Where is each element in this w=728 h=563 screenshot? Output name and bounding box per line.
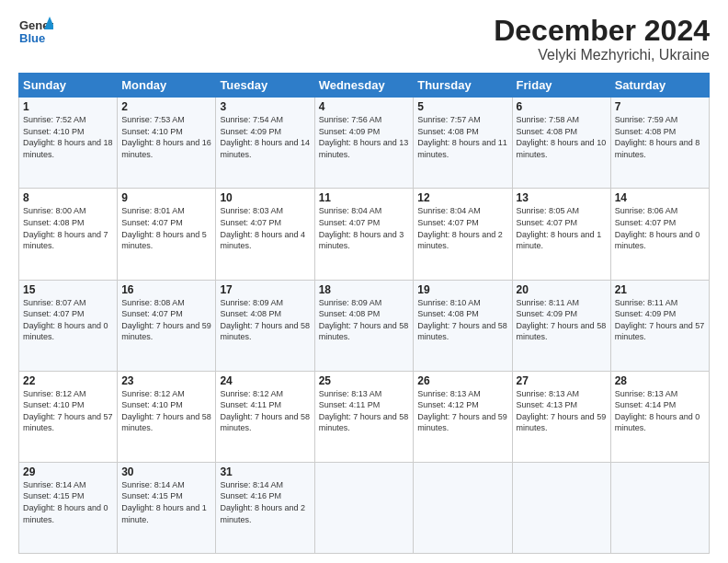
day-number: 13 [517, 191, 607, 204]
logo-icon: General Blue [18, 15, 53, 50]
calendar-cell: 30Sunrise: 8:14 AMSunset: 4:15 PMDayligh… [118, 462, 216, 553]
week-row-3: 15Sunrise: 8:07 AMSunset: 4:07 PMDayligh… [19, 280, 710, 371]
day-info: Sunrise: 7:52 AMSunset: 4:10 PMDaylight:… [23, 114, 113, 160]
day-info: Sunrise: 7:54 AMSunset: 4:09 PMDaylight:… [220, 114, 310, 160]
col-monday: Monday [118, 74, 216, 98]
calendar-cell: 1Sunrise: 7:52 AMSunset: 4:10 PMDaylight… [19, 98, 118, 189]
calendar-cell: 29Sunrise: 8:14 AMSunset: 4:15 PMDayligh… [19, 462, 118, 553]
calendar-cell: 2Sunrise: 7:53 AMSunset: 4:10 PMDaylight… [118, 98, 216, 189]
day-info: Sunrise: 8:14 AMSunset: 4:15 PMDaylight:… [23, 479, 113, 525]
day-number: 9 [121, 191, 211, 204]
calendar-cell: 18Sunrise: 8:09 AMSunset: 4:08 PMDayligh… [314, 280, 414, 371]
week-row-4: 22Sunrise: 8:12 AMSunset: 4:10 PMDayligh… [19, 371, 710, 462]
day-number: 12 [417, 191, 507, 204]
day-info: Sunrise: 7:57 AMSunset: 4:08 PMDaylight:… [417, 114, 507, 160]
day-number: 10 [220, 191, 310, 204]
col-thursday: Thursday [414, 74, 512, 98]
calendar-cell: 11Sunrise: 8:04 AMSunset: 4:07 PMDayligh… [314, 189, 414, 280]
calendar-cell: 4Sunrise: 7:56 AMSunset: 4:09 PMDaylight… [314, 98, 414, 189]
day-number: 21 [615, 283, 705, 296]
day-info: Sunrise: 7:59 AMSunset: 4:08 PMDaylight:… [615, 114, 705, 160]
day-number: 23 [121, 374, 211, 387]
calendar-cell: 25Sunrise: 8:13 AMSunset: 4:11 PMDayligh… [314, 371, 414, 462]
calendar-cell: 17Sunrise: 8:09 AMSunset: 4:08 PMDayligh… [216, 280, 314, 371]
day-number: 7 [615, 100, 705, 113]
day-number: 16 [121, 283, 211, 296]
week-row-1: 1Sunrise: 7:52 AMSunset: 4:10 PMDaylight… [19, 98, 710, 189]
day-number: 11 [319, 191, 410, 204]
calendar-cell: 19Sunrise: 8:10 AMSunset: 4:08 PMDayligh… [414, 280, 512, 371]
day-info: Sunrise: 8:05 AMSunset: 4:07 PMDaylight:… [517, 205, 607, 251]
day-info: Sunrise: 8:09 AMSunset: 4:08 PMDaylight:… [220, 297, 310, 343]
day-number: 6 [517, 100, 607, 113]
day-number: 26 [417, 374, 507, 387]
day-number: 20 [517, 283, 607, 296]
week-row-5: 29Sunrise: 8:14 AMSunset: 4:15 PMDayligh… [19, 462, 710, 553]
day-info: Sunrise: 8:03 AMSunset: 4:07 PMDaylight:… [220, 205, 310, 251]
day-number: 29 [23, 465, 113, 478]
calendar-cell: 6Sunrise: 7:58 AMSunset: 4:08 PMDaylight… [512, 98, 610, 189]
col-saturday: Saturday [610, 74, 709, 98]
day-number: 30 [121, 465, 211, 478]
calendar-cell: 14Sunrise: 8:06 AMSunset: 4:07 PMDayligh… [610, 189, 709, 280]
title-block: December 2024 Velyki Mezhyrichi, Ukraine [494, 15, 710, 63]
calendar-cell: 12Sunrise: 8:04 AMSunset: 4:07 PMDayligh… [414, 189, 512, 280]
day-info: Sunrise: 8:13 AMSunset: 4:11 PMDaylight:… [319, 388, 410, 434]
day-number: 8 [23, 191, 113, 204]
calendar-cell: 21Sunrise: 8:11 AMSunset: 4:09 PMDayligh… [610, 280, 709, 371]
day-info: Sunrise: 8:01 AMSunset: 4:07 PMDaylight:… [121, 205, 211, 251]
day-number: 24 [220, 374, 310, 387]
col-sunday: Sunday [19, 74, 118, 98]
calendar-cell: 13Sunrise: 8:05 AMSunset: 4:07 PMDayligh… [512, 189, 610, 280]
calendar-cell: 9Sunrise: 8:01 AMSunset: 4:07 PMDaylight… [118, 189, 216, 280]
calendar-cell: 24Sunrise: 8:12 AMSunset: 4:11 PMDayligh… [216, 371, 314, 462]
calendar-cell: 22Sunrise: 8:12 AMSunset: 4:10 PMDayligh… [19, 371, 118, 462]
day-info: Sunrise: 8:11 AMSunset: 4:09 PMDaylight:… [615, 297, 705, 343]
page: General Blue December 2024 Velyki Mezhyr… [0, 0, 728, 563]
day-number: 31 [220, 465, 310, 478]
calendar-cell: 15Sunrise: 8:07 AMSunset: 4:07 PMDayligh… [19, 280, 118, 371]
day-number: 4 [319, 100, 410, 113]
day-info: Sunrise: 8:11 AMSunset: 4:09 PMDaylight:… [517, 297, 607, 343]
calendar-cell: 27Sunrise: 8:13 AMSunset: 4:13 PMDayligh… [512, 371, 610, 462]
day-info: Sunrise: 8:14 AMSunset: 4:16 PMDaylight:… [220, 479, 310, 525]
day-number: 22 [23, 374, 113, 387]
calendar-cell [610, 462, 709, 553]
calendar-cell: 10Sunrise: 8:03 AMSunset: 4:07 PMDayligh… [216, 189, 314, 280]
day-info: Sunrise: 8:08 AMSunset: 4:07 PMDaylight:… [121, 297, 211, 343]
day-number: 27 [517, 374, 607, 387]
day-info: Sunrise: 8:12 AMSunset: 4:11 PMDaylight:… [220, 388, 310, 434]
location: Velyki Mezhyrichi, Ukraine [494, 47, 710, 63]
day-info: Sunrise: 8:00 AMSunset: 4:08 PMDaylight:… [23, 205, 113, 251]
day-number: 28 [615, 374, 705, 387]
day-number: 14 [615, 191, 705, 204]
day-info: Sunrise: 8:12 AMSunset: 4:10 PMDaylight:… [121, 388, 211, 434]
day-info: Sunrise: 7:58 AMSunset: 4:08 PMDaylight:… [517, 114, 607, 160]
logo: General Blue [18, 15, 57, 50]
day-number: 18 [319, 283, 410, 296]
calendar-cell: 26Sunrise: 8:13 AMSunset: 4:12 PMDayligh… [414, 371, 512, 462]
day-info: Sunrise: 8:04 AMSunset: 4:07 PMDaylight:… [319, 205, 410, 251]
calendar-cell: 7Sunrise: 7:59 AMSunset: 4:08 PMDaylight… [610, 98, 709, 189]
day-number: 19 [417, 283, 507, 296]
day-number: 1 [23, 100, 113, 113]
calendar-table: Sunday Monday Tuesday Wednesday Thursday… [18, 73, 710, 554]
day-info: Sunrise: 8:04 AMSunset: 4:07 PMDaylight:… [417, 205, 507, 251]
calendar-cell [512, 462, 610, 553]
week-row-2: 8Sunrise: 8:00 AMSunset: 4:08 PMDaylight… [19, 189, 710, 280]
day-info: Sunrise: 8:12 AMSunset: 4:10 PMDaylight:… [23, 388, 113, 434]
day-info: Sunrise: 8:06 AMSunset: 4:07 PMDaylight:… [615, 205, 705, 251]
header: General Blue December 2024 Velyki Mezhyr… [18, 15, 710, 63]
day-number: 15 [23, 283, 113, 296]
day-info: Sunrise: 7:56 AMSunset: 4:09 PMDaylight:… [319, 114, 410, 160]
calendar-cell: 16Sunrise: 8:08 AMSunset: 4:07 PMDayligh… [118, 280, 216, 371]
day-info: Sunrise: 8:09 AMSunset: 4:08 PMDaylight:… [319, 297, 410, 343]
calendar-cell: 28Sunrise: 8:13 AMSunset: 4:14 PMDayligh… [610, 371, 709, 462]
day-info: Sunrise: 8:13 AMSunset: 4:13 PMDaylight:… [517, 388, 607, 434]
calendar-cell: 20Sunrise: 8:11 AMSunset: 4:09 PMDayligh… [512, 280, 610, 371]
col-tuesday: Tuesday [216, 74, 314, 98]
day-number: 17 [220, 283, 310, 296]
day-number: 25 [319, 374, 410, 387]
col-friday: Friday [512, 74, 610, 98]
day-info: Sunrise: 8:10 AMSunset: 4:08 PMDaylight:… [417, 297, 507, 343]
